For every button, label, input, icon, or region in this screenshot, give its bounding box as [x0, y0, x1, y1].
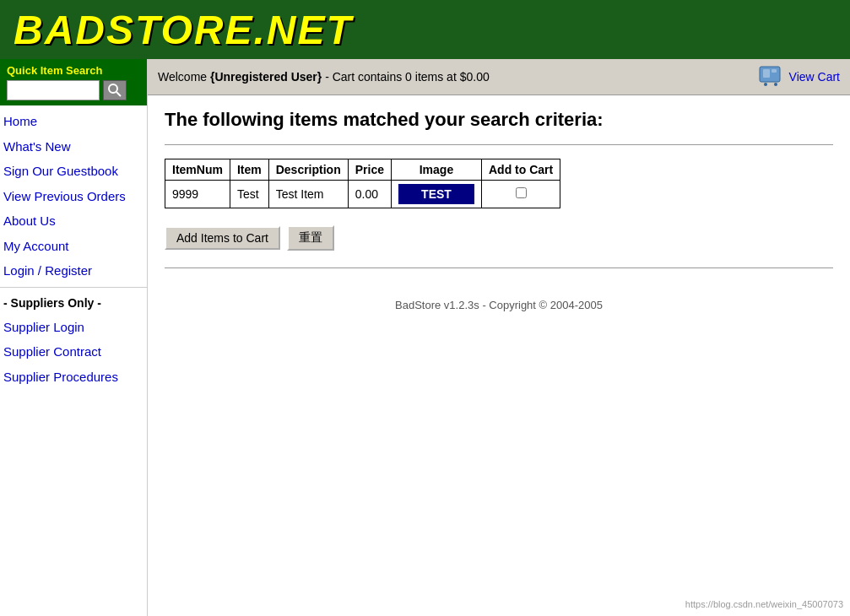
header: BADSTORE.NET	[0, 0, 850, 59]
suppliers-section: - Suppliers Only -	[0, 291, 147, 315]
col-price: Price	[348, 159, 391, 181]
cart-count: 0	[405, 70, 412, 84]
sidebar-item-supplier-login[interactable]: Supplier Login	[0, 315, 147, 340]
table-row: 9999 Test Test Item 0.00 TEST	[165, 181, 560, 208]
view-cart-label: View Cart	[789, 70, 840, 84]
username: {Unregistered User}	[210, 70, 322, 84]
welcome-bar: Welcome {Unregistered User} - Cart conta…	[148, 59, 850, 95]
search-results-content: The following items matched your search …	[148, 95, 850, 616]
results-table: ItemNum Item Description Price Image Add…	[165, 159, 560, 208]
svg-line-1	[116, 92, 121, 96]
welcome-text: Welcome {Unregistered User} - Cart conta…	[158, 70, 490, 84]
svg-point-0	[109, 84, 117, 93]
sidebar: Quick Item Search Home What'	[0, 59, 148, 616]
watermark: https://blog.csdn.net/weixin_45007073	[685, 599, 843, 609]
search-button[interactable]	[103, 80, 127, 100]
sidebar-divider	[0, 287, 147, 288]
svg-point-6	[774, 83, 777, 86]
col-description: Description	[268, 159, 348, 181]
sidebar-item-whats-new[interactable]: What's New	[0, 134, 147, 159]
main-content: Welcome {Unregistered User} - Cart conta…	[148, 59, 850, 616]
bottom-divider	[165, 267, 833, 268]
cart-icon	[757, 64, 784, 89]
sidebar-item-supplier-contract[interactable]: Supplier Contract	[0, 339, 147, 365]
view-cart-link[interactable]: View Cart	[757, 64, 840, 89]
body-row: Quick Item Search Home What'	[0, 59, 850, 616]
site-logo: BADSTORE.NET	[14, 7, 353, 53]
cell-description: Test Item	[268, 181, 348, 208]
cell-price: 0.00	[348, 181, 391, 208]
test-image-button[interactable]: TEST	[398, 184, 474, 204]
search-icon	[103, 80, 127, 100]
sidebar-nav: Home What's New Sign Our Guestbook View …	[0, 105, 147, 392]
copyright-text: BadStore v1.2.3s - Copyright © 2004-2005	[395, 299, 603, 311]
sidebar-item-supplier-procedures[interactable]: Supplier Procedures	[0, 365, 147, 390]
col-itemnum: ItemNum	[165, 159, 230, 181]
sidebar-item-login-register[interactable]: Login / Register	[0, 258, 147, 284]
sidebar-item-view-previous-orders[interactable]: View Previous Orders	[0, 184, 147, 209]
reset-button[interactable]: 重置	[287, 225, 334, 251]
add-to-cart-checkbox[interactable]	[516, 187, 527, 198]
cell-item: Test	[230, 181, 268, 208]
search-row	[7, 80, 140, 100]
table-header-row: ItemNum Item Description Price Image Add…	[165, 159, 560, 181]
cell-image: TEST	[391, 181, 481, 208]
cell-add-to-cart	[481, 181, 560, 208]
top-divider	[165, 144, 833, 145]
svg-point-5	[764, 83, 767, 86]
col-image: Image	[391, 159, 481, 181]
svg-rect-3	[763, 69, 770, 78]
footer: BadStore v1.2.3s - Copyright © 2004-2005	[165, 282, 833, 320]
sidebar-search-area: Quick Item Search	[0, 59, 147, 105]
sidebar-item-sign-guestbook[interactable]: Sign Our Guestbook	[0, 159, 147, 184]
action-row: Add Items to Cart 重置	[165, 225, 833, 251]
add-items-to-cart-button[interactable]: Add Items to Cart	[165, 226, 280, 250]
cell-itemnum: 9999	[165, 181, 230, 208]
sidebar-item-about-us[interactable]: About Us	[0, 208, 147, 234]
cart-total: $0.00	[460, 70, 490, 84]
col-add-to-cart: Add to Cart	[481, 159, 560, 181]
search-results-title: The following items matched your search …	[165, 109, 833, 131]
sidebar-item-my-account[interactable]: My Account	[0, 234, 147, 259]
suppliers-label: - Suppliers Only -	[3, 296, 101, 310]
svg-rect-4	[771, 69, 777, 73]
col-item: Item	[230, 159, 268, 181]
quick-search-label: Quick Item Search	[7, 64, 140, 77]
search-input[interactable]	[7, 80, 100, 100]
sidebar-item-home[interactable]: Home	[0, 109, 147, 134]
